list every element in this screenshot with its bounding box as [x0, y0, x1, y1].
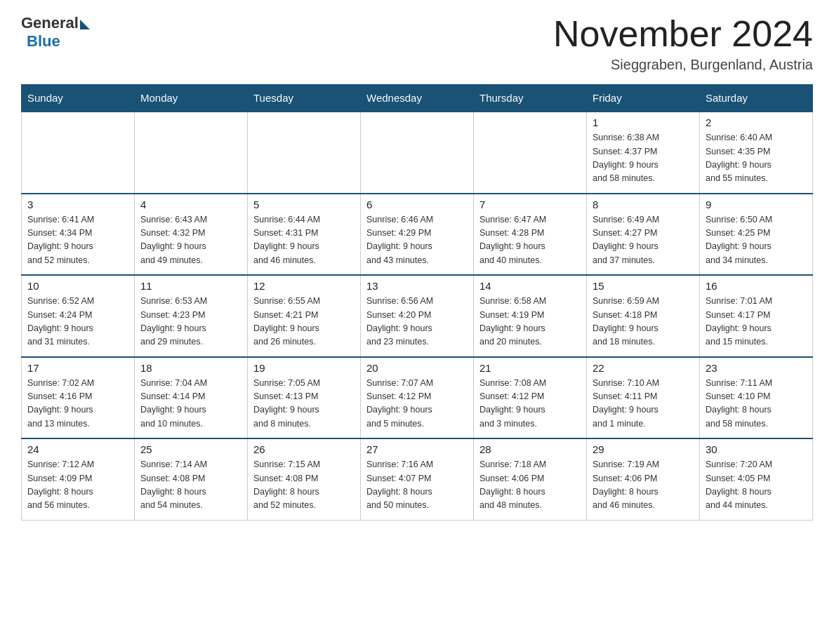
calendar-cell: 23Sunrise: 7:11 AM Sunset: 4:10 PM Dayli… — [700, 357, 813, 439]
day-number: 28 — [479, 443, 581, 455]
day-info: Sunrise: 6:55 AM Sunset: 4:21 PM Dayligh… — [253, 295, 355, 349]
calendar-table: SundayMondayTuesdayWednesdayThursdayFrid… — [21, 84, 813, 521]
day-number: 4 — [140, 199, 241, 210]
day-number: 14 — [479, 280, 581, 292]
day-info: Sunrise: 6:56 AM Sunset: 4:20 PM Dayligh… — [366, 295, 468, 349]
calendar-cell: 19Sunrise: 7:05 AM Sunset: 4:13 PM Dayli… — [248, 357, 361, 439]
calendar-cell: 29Sunrise: 7:19 AM Sunset: 4:06 PM Dayli… — [587, 438, 700, 520]
day-number: 22 — [593, 362, 694, 374]
day-number: 25 — [140, 443, 241, 455]
day-info: Sunrise: 6:58 AM Sunset: 4:19 PM Dayligh… — [479, 295, 581, 349]
week-row-3: 10Sunrise: 6:52 AM Sunset: 4:24 PM Dayli… — [22, 275, 813, 357]
day-number: 21 — [479, 362, 581, 374]
day-number: 3 — [27, 199, 128, 210]
logo: General Blue — [21, 14, 90, 51]
calendar-cell: 2Sunrise: 6:40 AM Sunset: 4:35 PM Daylig… — [700, 112, 813, 194]
day-number: 12 — [253, 280, 355, 292]
day-info: Sunrise: 6:50 AM Sunset: 4:25 PM Dayligh… — [706, 213, 807, 268]
day-number: 20 — [366, 362, 468, 374]
page-header: General Blue November 2024 Sieggraben, B… — [21, 14, 813, 73]
day-number: 18 — [140, 362, 241, 374]
calendar-cell: 25Sunrise: 7:14 AM Sunset: 4:08 PM Dayli… — [135, 438, 248, 520]
day-number: 16 — [706, 280, 807, 292]
day-info: Sunrise: 6:38 AM Sunset: 4:37 PM Dayligh… — [593, 131, 694, 186]
logo-blue-text: Blue — [27, 32, 60, 51]
day-info: Sunrise: 6:53 AM Sunset: 4:23 PM Dayligh… — [140, 295, 241, 349]
calendar-cell: 6Sunrise: 6:46 AM Sunset: 4:29 PM Daylig… — [361, 194, 474, 276]
weekday-header-row: SundayMondayTuesdayWednesdayThursdayFrid… — [22, 85, 813, 112]
title-block: November 2024 Sieggraben, Burgenland, Au… — [553, 14, 813, 73]
weekday-header-friday: Friday — [587, 85, 700, 112]
calendar-cell: 10Sunrise: 6:52 AM Sunset: 4:24 PM Dayli… — [22, 275, 135, 357]
calendar-cell — [248, 112, 361, 194]
day-number: 19 — [253, 362, 355, 374]
week-row-1: 1Sunrise: 6:38 AM Sunset: 4:37 PM Daylig… — [22, 112, 813, 194]
calendar-cell: 12Sunrise: 6:55 AM Sunset: 4:21 PM Dayli… — [248, 275, 361, 357]
day-info: Sunrise: 6:52 AM Sunset: 4:24 PM Dayligh… — [27, 295, 128, 349]
calendar-cell: 27Sunrise: 7:16 AM Sunset: 4:07 PM Dayli… — [361, 438, 474, 520]
day-info: Sunrise: 7:16 AM Sunset: 4:07 PM Dayligh… — [366, 458, 468, 513]
calendar-cell — [474, 112, 587, 194]
day-info: Sunrise: 7:05 AM Sunset: 4:13 PM Dayligh… — [253, 377, 355, 431]
day-number: 23 — [706, 362, 807, 374]
logo-general-text: General — [21, 14, 79, 32]
calendar-cell: 3Sunrise: 6:41 AM Sunset: 4:34 PM Daylig… — [22, 194, 135, 276]
logo-triangle-icon — [80, 20, 90, 29]
calendar-cell: 5Sunrise: 6:44 AM Sunset: 4:31 PM Daylig… — [248, 194, 361, 276]
week-row-4: 17Sunrise: 7:02 AM Sunset: 4:16 PM Dayli… — [22, 357, 813, 439]
day-number: 29 — [593, 443, 694, 455]
day-info: Sunrise: 7:18 AM Sunset: 4:06 PM Dayligh… — [479, 458, 581, 513]
day-info: Sunrise: 6:40 AM Sunset: 4:35 PM Dayligh… — [706, 131, 807, 186]
day-number: 1 — [593, 116, 694, 128]
day-info: Sunrise: 6:43 AM Sunset: 4:32 PM Dayligh… — [140, 213, 241, 268]
day-number: 24 — [27, 443, 128, 455]
day-info: Sunrise: 7:12 AM Sunset: 4:09 PM Dayligh… — [27, 458, 128, 513]
calendar-cell: 11Sunrise: 6:53 AM Sunset: 4:23 PM Dayli… — [135, 275, 248, 357]
day-info: Sunrise: 7:08 AM Sunset: 4:12 PM Dayligh… — [479, 377, 581, 431]
weekday-header-wednesday: Wednesday — [361, 85, 474, 112]
day-number: 15 — [593, 280, 694, 292]
calendar-cell: 4Sunrise: 6:43 AM Sunset: 4:32 PM Daylig… — [135, 194, 248, 276]
calendar-cell: 17Sunrise: 7:02 AM Sunset: 4:16 PM Dayli… — [22, 357, 135, 439]
calendar-cell: 7Sunrise: 6:47 AM Sunset: 4:28 PM Daylig… — [474, 194, 587, 276]
day-info: Sunrise: 6:49 AM Sunset: 4:27 PM Dayligh… — [593, 213, 694, 268]
weekday-header-sunday: Sunday — [22, 85, 135, 112]
week-row-5: 24Sunrise: 7:12 AM Sunset: 4:09 PM Dayli… — [22, 438, 813, 520]
calendar-cell: 16Sunrise: 7:01 AM Sunset: 4:17 PM Dayli… — [700, 275, 813, 357]
calendar-cell: 20Sunrise: 7:07 AM Sunset: 4:12 PM Dayli… — [361, 357, 474, 439]
calendar-cell: 13Sunrise: 6:56 AM Sunset: 4:20 PM Dayli… — [361, 275, 474, 357]
calendar-cell: 26Sunrise: 7:15 AM Sunset: 4:08 PM Dayli… — [248, 438, 361, 520]
calendar-cell: 15Sunrise: 6:59 AM Sunset: 4:18 PM Dayli… — [587, 275, 700, 357]
weekday-header-thursday: Thursday — [474, 85, 587, 112]
day-info: Sunrise: 7:20 AM Sunset: 4:05 PM Dayligh… — [706, 458, 807, 513]
calendar-cell: 1Sunrise: 6:38 AM Sunset: 4:37 PM Daylig… — [587, 112, 700, 194]
day-number: 26 — [253, 443, 355, 455]
day-info: Sunrise: 6:41 AM Sunset: 4:34 PM Dayligh… — [27, 213, 128, 268]
day-number: 30 — [706, 443, 807, 455]
day-info: Sunrise: 7:15 AM Sunset: 4:08 PM Dayligh… — [253, 458, 355, 513]
calendar-cell — [135, 112, 248, 194]
day-info: Sunrise: 7:10 AM Sunset: 4:11 PM Dayligh… — [593, 377, 694, 431]
day-number: 11 — [140, 280, 241, 292]
day-number: 27 — [366, 443, 468, 455]
calendar-cell: 22Sunrise: 7:10 AM Sunset: 4:11 PM Dayli… — [587, 357, 700, 439]
day-info: Sunrise: 6:59 AM Sunset: 4:18 PM Dayligh… — [593, 295, 694, 349]
weekday-header-monday: Monday — [135, 85, 248, 112]
calendar-cell: 14Sunrise: 6:58 AM Sunset: 4:19 PM Dayli… — [474, 275, 587, 357]
day-info: Sunrise: 6:44 AM Sunset: 4:31 PM Dayligh… — [253, 213, 355, 268]
day-number: 17 — [27, 362, 128, 374]
day-info: Sunrise: 6:47 AM Sunset: 4:28 PM Dayligh… — [479, 213, 581, 268]
day-info: Sunrise: 6:46 AM Sunset: 4:29 PM Dayligh… — [366, 213, 468, 268]
calendar-cell: 8Sunrise: 6:49 AM Sunset: 4:27 PM Daylig… — [587, 194, 700, 276]
weekday-header-saturday: Saturday — [700, 85, 813, 112]
day-info: Sunrise: 7:11 AM Sunset: 4:10 PM Dayligh… — [706, 377, 807, 431]
day-info: Sunrise: 7:02 AM Sunset: 4:16 PM Dayligh… — [27, 377, 128, 431]
day-number: 9 — [706, 199, 807, 210]
day-info: Sunrise: 7:07 AM Sunset: 4:12 PM Dayligh… — [366, 377, 468, 431]
calendar-cell — [361, 112, 474, 194]
weekday-header-tuesday: Tuesday — [248, 85, 361, 112]
calendar-cell: 24Sunrise: 7:12 AM Sunset: 4:09 PM Dayli… — [22, 438, 135, 520]
day-number: 10 — [27, 280, 128, 292]
day-info: Sunrise: 7:14 AM Sunset: 4:08 PM Dayligh… — [140, 458, 241, 513]
calendar-cell: 9Sunrise: 6:50 AM Sunset: 4:25 PM Daylig… — [700, 194, 813, 276]
